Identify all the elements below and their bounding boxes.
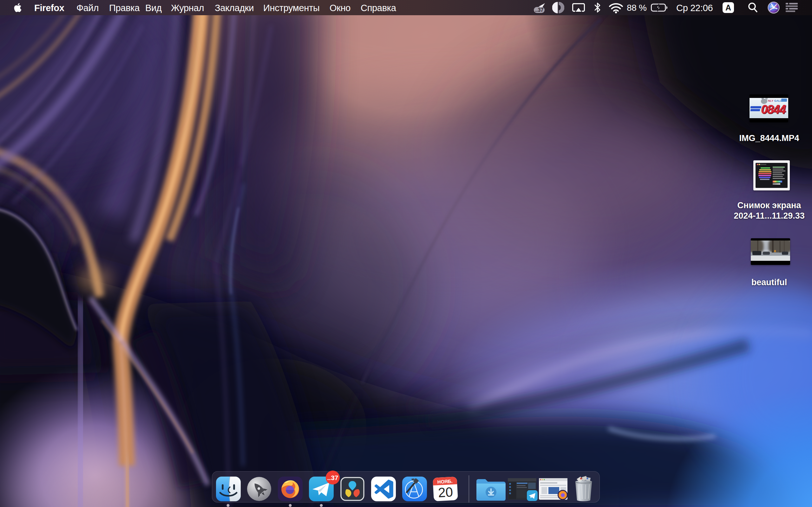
svg-text:..37: ..37 [535, 7, 544, 13]
